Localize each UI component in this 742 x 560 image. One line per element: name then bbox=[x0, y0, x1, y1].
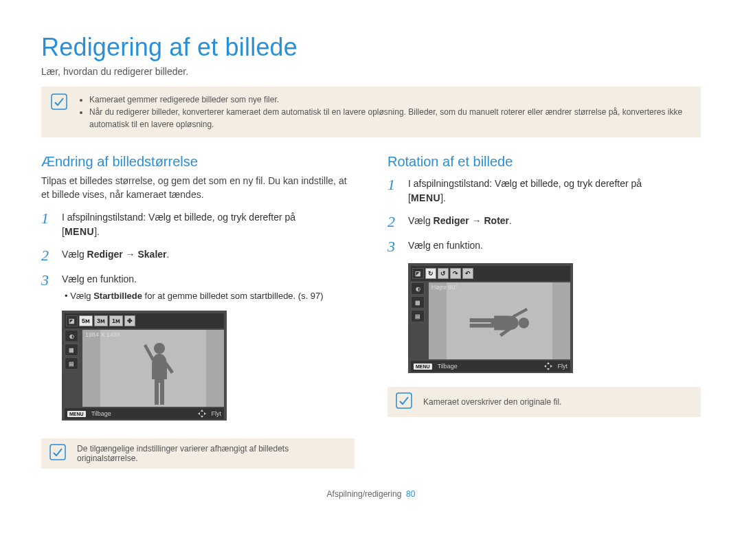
menu-button-label: MENU bbox=[65, 226, 94, 237]
section-intro-resize: Tilpas et billedes størrelse, og gem det… bbox=[41, 174, 355, 202]
svg-rect-0 bbox=[52, 94, 67, 109]
step-number: 3 bbox=[41, 272, 54, 289]
step-body: I afspilningstilstand: Vælg et billede, … bbox=[408, 177, 642, 205]
step-number: 2 bbox=[387, 214, 400, 230]
step-number: 2 bbox=[41, 247, 54, 264]
lcd-topbar: ◪ 5ᴍ 3ᴍ 1ᴍ ✤ bbox=[65, 313, 224, 328]
note-icon bbox=[49, 444, 69, 463]
lcd-footer-back: Tilbage bbox=[91, 410, 111, 417]
step-number: 3 bbox=[387, 238, 400, 255]
lcd-leftbar: ◐ ▦ ▤ bbox=[65, 330, 80, 370]
page-intro: Lær, hvordan du redigerer billeder. bbox=[41, 66, 701, 77]
lcd-chip: 5ᴍ bbox=[79, 315, 93, 326]
arrow: → bbox=[469, 215, 484, 226]
lcd-footer-move: Flyt bbox=[212, 410, 222, 417]
lcd-side-icon: ▦ bbox=[65, 344, 78, 356]
step-text: Vælg bbox=[408, 215, 434, 226]
lcd-chip: ↺ bbox=[438, 268, 449, 279]
svg-point-1 bbox=[154, 343, 165, 354]
lcd-canvas: 1984 X 1488 bbox=[82, 330, 224, 407]
step-sub-bullet: Vælg Startbillede for at gemme billedet … bbox=[71, 289, 324, 303]
step-3: 3 Vælg en funktion. Vælg Startbillede fo… bbox=[41, 272, 355, 303]
step-body: Vælg Rediger → Roter. bbox=[408, 214, 512, 228]
svg-marker-4 bbox=[198, 412, 200, 415]
content-columns: Ændring af billedstørrelse Tilpas et bil… bbox=[41, 154, 701, 469]
step-body: Vælg Rediger → Skaler. bbox=[62, 247, 169, 262]
footer-section: Afspilning/redigering bbox=[327, 489, 402, 499]
menu-path-part: Skaler bbox=[137, 249, 166, 260]
step-2: 2 Vælg Rediger → Roter. bbox=[387, 214, 701, 230]
step-text: I afspilningstilstand: Vælg et billede, … bbox=[62, 212, 295, 223]
note-box-resize: De tilgængelige indstillinger varierer a… bbox=[41, 438, 355, 469]
arrow: → bbox=[123, 249, 138, 260]
lcd-chip: ↻ bbox=[425, 268, 436, 279]
lcd-menu-badge: MENU bbox=[414, 363, 432, 370]
lcd-chip: ↷ bbox=[450, 268, 461, 279]
top-note-list: Kameraet gemmer redigerede billeder som … bbox=[80, 93, 691, 131]
lcd-leftbar: ◐ ▦ ▤ bbox=[411, 282, 426, 322]
lcd-side-icon: ◐ bbox=[65, 330, 78, 342]
lcd-screenshot-resize: ◪ 5ᴍ 3ᴍ 1ᴍ ✤ ◐ ▦ ▤ 1984 X 1488 bbox=[62, 311, 227, 421]
section-heading-resize: Ændring af billedstørrelse bbox=[41, 154, 355, 170]
lcd-side-icon: ▦ bbox=[411, 296, 425, 309]
svg-marker-9 bbox=[547, 368, 550, 370]
startbillede-term: Startbillede bbox=[93, 291, 142, 301]
lcd-chip: 3ᴍ bbox=[94, 315, 108, 326]
lcd-chip: 1ᴍ bbox=[109, 315, 123, 326]
note-bullet: Kameraet gemmer redigerede billeder som … bbox=[89, 93, 691, 106]
lcd-info-text: Højre 90° bbox=[431, 284, 458, 291]
step-1: 1 I afspilningstilstand: Vælg et billede… bbox=[387, 177, 701, 205]
lcd-footer: MENU Tilbage Flyt bbox=[411, 361, 570, 372]
note-icon bbox=[51, 93, 70, 131]
top-note-box: Kameraet gemmer redigerede billeder som … bbox=[41, 87, 701, 137]
svg-marker-5 bbox=[204, 412, 206, 415]
step-text: Vælg en funktion. bbox=[62, 273, 137, 284]
svg-marker-11 bbox=[550, 365, 552, 368]
menu-path-part: Roter bbox=[484, 215, 509, 226]
step-body: Vælg en funktion. bbox=[408, 238, 483, 253]
note-text: Kameraet overskriver den originale fil. bbox=[423, 397, 561, 407]
lcd-footer-back: Tilbage bbox=[438, 363, 458, 370]
menu-path-part: Rediger bbox=[87, 249, 123, 260]
lcd-canvas: Højre 90° bbox=[429, 282, 570, 359]
note-text: De tilgængelige indstillinger varierer a… bbox=[77, 444, 346, 463]
page-title: Redigering af et billede bbox=[41, 33, 701, 62]
dpad-icon bbox=[198, 410, 206, 418]
step-text: Vælg en funktion. bbox=[408, 240, 483, 251]
step-2: 2 Vælg Rediger → Skaler. bbox=[41, 247, 355, 264]
note-bullet: Når du redigerer billeder, konverterer k… bbox=[89, 106, 691, 131]
step-body: Vælg en funktion. Vælg Startbillede for … bbox=[62, 272, 324, 303]
lcd-side-icon: ◐ bbox=[411, 282, 425, 295]
lcd-side-icon: ▤ bbox=[65, 357, 78, 370]
lcd-chip: ◪ bbox=[66, 315, 78, 326]
dpad-icon bbox=[544, 362, 552, 370]
step-text: I afspilningstilstand: Vælg et billede, … bbox=[408, 178, 642, 189]
person-silhouette-rotated-icon bbox=[469, 306, 530, 339]
menu-path-part: Rediger bbox=[434, 215, 469, 226]
step-number: 1 bbox=[41, 210, 54, 227]
svg-marker-10 bbox=[544, 365, 546, 368]
left-column: Ændring af billedstørrelse Tilpas et bil… bbox=[41, 154, 355, 469]
menu-button-label: MENU bbox=[411, 192, 440, 203]
svg-marker-2 bbox=[201, 410, 203, 412]
step-text: Vælg bbox=[62, 249, 87, 260]
step-number: 1 bbox=[387, 177, 400, 193]
lcd-menu-badge: MENU bbox=[67, 411, 86, 417]
lcd-info-text: 1984 X 1488 bbox=[85, 331, 120, 338]
lcd-footer: MENU Tilbage Flyt bbox=[65, 408, 224, 419]
step-1: 1 I afspilningstilstand: Vælg et billede… bbox=[41, 210, 355, 239]
lcd-chip: ↶ bbox=[462, 268, 473, 279]
note-icon bbox=[396, 392, 415, 412]
lcd-topbar: ◪ ↻ ↺ ↷ ↶ bbox=[411, 266, 570, 281]
svg-marker-3 bbox=[201, 416, 203, 418]
section-heading-rotate: Rotation af et billede bbox=[387, 154, 701, 170]
lcd-chip: ◪ bbox=[412, 268, 424, 279]
lcd-chip: ✤ bbox=[124, 315, 135, 326]
svg-point-7 bbox=[519, 317, 529, 328]
person-silhouette-icon bbox=[142, 341, 177, 407]
lcd-footer-move: Flyt bbox=[558, 363, 568, 370]
page-number: 80 bbox=[406, 489, 415, 499]
svg-rect-12 bbox=[396, 393, 412, 408]
svg-rect-6 bbox=[50, 445, 65, 460]
step-body: I afspilningstilstand: Vælg et billede, … bbox=[62, 210, 295, 239]
